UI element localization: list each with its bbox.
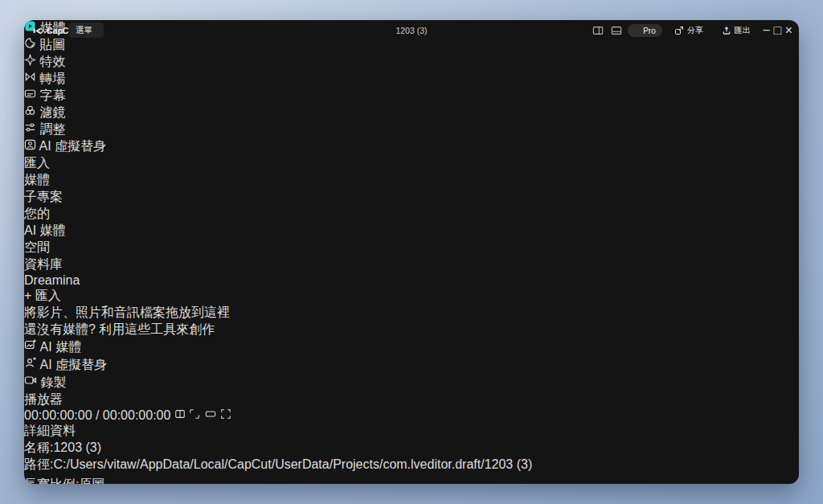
ai-media-icon (24, 338, 37, 351)
media-drop-area[interactable]: + 匯入 將影片、照片和音訊檔案拖放到這裡 還沒有媒體? 利用這些工具來創作 A… (24, 288, 799, 391)
maximize-button[interactable]: □ (774, 23, 782, 37)
tab-adjust[interactable]: 調整 (24, 121, 799, 138)
sidebar-item-dreamina[interactable]: Dreamina (24, 273, 799, 288)
player-panel: 播放器 00:00:00:00 / 00:00:00:00 (24, 391, 799, 423)
sidebar-item-space[interactable]: 空間 (24, 240, 799, 256)
camera-icon (24, 374, 37, 387)
share-icon (674, 26, 684, 35)
tab-filters[interactable]: 濾鏡 (24, 104, 799, 121)
fullscreen-icon[interactable] (220, 408, 231, 420)
titlebar: CapCut 選單 1203 (3) Pro 分享 (24, 20, 799, 41)
ai-avatar-tool-button[interactable]: AI 虛擬替身 (24, 356, 799, 374)
resolution-badge-icon[interactable] (204, 408, 217, 420)
export-icon (722, 26, 731, 35)
details-panel: 詳細資料 名稱:1203 (3) 路徑:C:/Users/vitaw/AppDa… (24, 423, 799, 484)
sidebar-item-library[interactable]: 資料庫 (24, 256, 799, 273)
tab-captions[interactable]: 字幕 (24, 88, 799, 104)
transitions-icon (24, 71, 36, 83)
player-title: 播放器 (24, 392, 63, 406)
tab-transitions[interactable]: 轉場 (24, 71, 799, 88)
filters-icon (24, 104, 36, 117)
close-button[interactable]: × (785, 23, 792, 37)
project-title: 1203 (3) (395, 26, 427, 35)
panel-layout-button[interactable] (611, 25, 622, 36)
tools-divider-text: 還沒有媒體? 利用這些工具來創作 (24, 322, 799, 338)
tab-effects[interactable]: 特效 (24, 54, 799, 71)
captions-icon (24, 88, 36, 100)
detail-row-aspect: 長寬比例:原圖 (24, 477, 799, 484)
sidebar-item-ai-media[interactable]: AI 媒體 (24, 223, 799, 240)
record-tool-button[interactable]: 錄製 (24, 374, 799, 391)
pro-badge[interactable]: Pro (628, 24, 662, 37)
sidebar-item-subproject[interactable]: 子專案 (24, 189, 799, 206)
adjust-sliders-icon (24, 121, 36, 133)
capcut-logo-icon (32, 26, 43, 36)
ai-avatar-plus-icon (24, 356, 37, 369)
media-panel: 媒體 貼圖 特效 轉場 字幕 濾鏡 (24, 20, 799, 391)
fit-preview-icon[interactable] (189, 408, 200, 420)
detail-row-name: 名稱:1203 (3) (24, 440, 799, 457)
effects-star-icon (24, 54, 36, 66)
details-title: 詳細資料 (24, 423, 799, 440)
capcut-window: CapCut 選單 1203 (3) Pro 分享 (24, 20, 799, 484)
minimize-button[interactable]: − (763, 23, 770, 37)
workspace-layout-button[interactable] (592, 25, 605, 36)
tab-ai-avatar[interactable]: AI 虛擬替身 (24, 138, 799, 155)
media-sidebar: 匯入 媒體 子專案 您的 AI 媒體 空間 資料庫 Dreamina (24, 155, 799, 288)
ai-avatar-icon (24, 138, 36, 150)
import-button[interactable]: + 匯入 (24, 288, 799, 305)
sidebar-item-yours[interactable]: 您的 (24, 206, 799, 223)
plus-icon: + (24, 289, 31, 302)
sidebar-item-media[interactable]: 媒體 (24, 172, 799, 189)
ai-media-tool-button[interactable]: AI 媒體 (24, 338, 799, 356)
main-menu-button[interactable]: 選單 (69, 23, 104, 38)
pro-diamond-icon (634, 28, 640, 34)
detail-row-path: 路徑:C:/Users/vitaw/AppData/Local/CapCut/U… (24, 457, 799, 473)
split-preview-icon[interactable] (174, 408, 186, 420)
drop-hint-text: 將影片、照片和音訊檔案拖放到這裡 (24, 305, 799, 322)
sidebar-item-import[interactable]: 匯入 (24, 155, 799, 172)
timecode: 00:00:00:00 / 00:00:00:00 (24, 408, 174, 422)
export-button[interactable]: 匯出 (715, 23, 757, 39)
share-button[interactable]: 分享 (668, 23, 710, 39)
